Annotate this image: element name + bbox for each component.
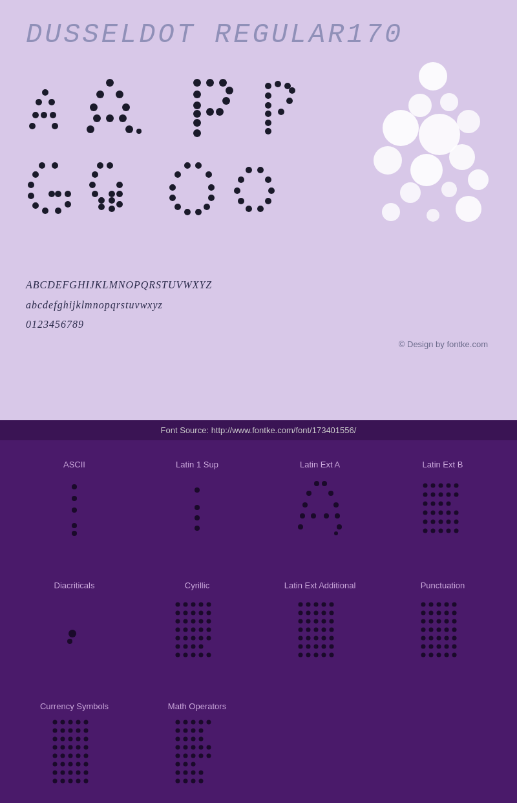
svg-point-66 <box>116 201 123 208</box>
top-section: DUSSELDOT REGULAR170 <box>0 0 517 420</box>
svg-point-181 <box>207 636 211 641</box>
svg-point-88 <box>257 206 264 212</box>
svg-point-199 <box>322 611 326 615</box>
svg-point-272 <box>61 737 65 742</box>
charset-row-3: Currency Symbols <box>0 682 517 803</box>
svg-point-211 <box>299 636 303 641</box>
svg-point-151 <box>431 529 436 533</box>
svg-point-213 <box>314 636 319 641</box>
svg-point-54 <box>107 162 113 169</box>
svg-point-268 <box>69 729 73 733</box>
svg-point-306 <box>176 729 180 733</box>
svg-point-192 <box>306 603 311 607</box>
svg-point-13 <box>93 114 101 122</box>
svg-point-107 <box>72 523 77 528</box>
svg-point-313 <box>199 737 204 742</box>
svg-point-271 <box>53 737 58 742</box>
alphabet-lowercase: abcdefghijklmnopqrstuvwxyz <box>26 297 491 314</box>
svg-point-320 <box>184 754 188 758</box>
svg-point-287 <box>61 762 65 767</box>
svg-point-120 <box>311 513 316 518</box>
svg-point-104 <box>72 484 77 489</box>
svg-point-324 <box>176 762 180 767</box>
svg-point-144 <box>454 511 459 515</box>
svg-point-121 <box>324 513 329 518</box>
charset-row-2: Diacriticals Cyrillic <box>0 561 517 682</box>
svg-point-70 <box>206 171 212 178</box>
svg-point-172 <box>176 628 180 632</box>
svg-point-173 <box>184 628 188 632</box>
svg-point-281 <box>53 754 58 758</box>
svg-point-150 <box>423 529 428 533</box>
svg-point-312 <box>191 737 196 742</box>
svg-point-279 <box>76 745 81 750</box>
svg-point-288 <box>69 762 73 767</box>
svg-point-64 <box>98 204 105 210</box>
svg-point-205 <box>330 619 334 624</box>
svg-point-31 <box>265 83 271 89</box>
svg-point-76 <box>204 204 210 210</box>
svg-point-132 <box>431 493 436 497</box>
svg-point-135 <box>454 493 459 497</box>
svg-point-244 <box>445 628 449 632</box>
svg-point-158 <box>184 603 188 607</box>
svg-point-122 <box>335 513 340 518</box>
svg-point-207 <box>306 628 311 632</box>
svg-point-240 <box>452 619 457 624</box>
svg-point-191 <box>299 603 303 607</box>
svg-point-216 <box>299 645 303 649</box>
charset-latinextB-preview <box>414 477 472 542</box>
svg-point-210 <box>330 628 334 632</box>
svg-point-232 <box>429 611 434 615</box>
svg-point-143 <box>447 511 451 515</box>
svg-point-141 <box>431 511 436 515</box>
svg-point-291 <box>53 771 58 775</box>
glyph-g-small <box>87 160 139 219</box>
svg-point-242 <box>429 628 434 632</box>
svg-point-85 <box>238 198 244 204</box>
svg-point-82 <box>265 176 271 183</box>
svg-point-314 <box>176 745 180 750</box>
svg-point-204 <box>322 619 326 624</box>
svg-point-91 <box>440 93 458 111</box>
svg-point-39 <box>278 109 284 115</box>
svg-point-322 <box>199 754 204 758</box>
svg-point-179 <box>191 636 196 641</box>
svg-point-115 <box>306 491 311 496</box>
svg-point-25 <box>222 97 230 105</box>
svg-point-157 <box>176 603 180 607</box>
svg-point-1 <box>36 99 42 105</box>
svg-point-196 <box>299 611 303 615</box>
svg-point-43 <box>39 162 45 169</box>
svg-point-84 <box>268 187 275 194</box>
svg-point-113 <box>314 481 319 486</box>
svg-point-206 <box>299 628 303 632</box>
svg-point-116 <box>328 491 333 496</box>
svg-point-57 <box>89 182 96 188</box>
svg-point-290 <box>84 762 89 767</box>
svg-point-293 <box>69 771 73 775</box>
svg-point-296 <box>53 779 58 784</box>
charset-math-preview <box>168 719 226 784</box>
svg-point-176 <box>207 628 211 632</box>
svg-point-227 <box>429 603 434 607</box>
svg-point-303 <box>191 720 196 725</box>
svg-point-236 <box>421 619 426 624</box>
svg-point-311 <box>184 737 188 742</box>
svg-point-285 <box>84 754 89 758</box>
svg-point-223 <box>314 653 319 657</box>
svg-point-177 <box>176 636 180 641</box>
svg-point-209 <box>322 628 326 632</box>
svg-point-133 <box>439 493 443 497</box>
svg-point-185 <box>199 645 204 649</box>
svg-point-162 <box>176 611 180 615</box>
svg-point-201 <box>299 619 303 624</box>
svg-point-148 <box>447 520 451 524</box>
svg-point-16 <box>87 125 94 133</box>
svg-point-138 <box>439 502 443 506</box>
charset-ascii-preview <box>45 477 103 542</box>
svg-point-258 <box>437 653 441 657</box>
glyph-P-large <box>187 76 252 141</box>
svg-point-147 <box>439 520 443 524</box>
svg-point-114 <box>322 481 327 486</box>
